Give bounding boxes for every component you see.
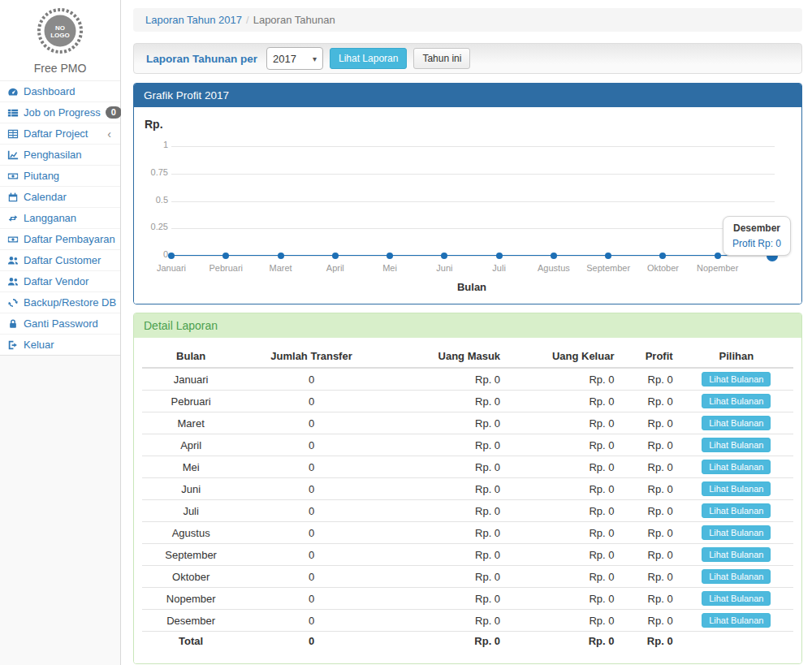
sidebar-item-label: Daftar Project — [24, 127, 88, 140]
action-cell: Lihat Bulanan — [680, 566, 793, 588]
lihat-bulanan-button[interactable]: Lihat Bulanan — [702, 525, 771, 540]
table-cell: Rp. 0 — [507, 544, 620, 566]
sidebar-item-keluar[interactable]: Keluar — [0, 335, 120, 355]
y-axis-tick: 1 — [134, 140, 168, 149]
x-axis-tick: Nopember — [684, 263, 752, 273]
table-cell: 0 — [240, 588, 382, 610]
sidebar-item-daftar-project[interactable]: Daftar Project‹ — [0, 123, 120, 145]
sign-out-icon — [6, 339, 19, 351]
lihat-bulanan-button[interactable]: Lihat Bulanan — [702, 613, 771, 628]
detail-panel-body: BulanJumlah TransferUang MasukUang Kelua… — [134, 338, 801, 663]
data-point-juni[interactable] — [441, 253, 447, 259]
data-point-januari[interactable] — [168, 253, 175, 259]
table-cell: Rp. 0 — [620, 478, 679, 500]
breadcrumb-link-laporan-tahun[interactable]: Laporan Tahun 2017 — [145, 14, 242, 26]
lihat-bulanan-button[interactable]: Lihat Bulanan — [702, 438, 771, 452]
table-cell: 0 — [240, 412, 382, 434]
tahun-ini-button[interactable]: Tahun ini — [413, 48, 470, 69]
table-cell: Juni — [142, 478, 240, 500]
sidebar-item-job-on-progress[interactable]: Job on Progress0 — [0, 102, 120, 123]
tasks-icon — [6, 106, 19, 119]
sidebar-item-label: Job on Progress — [24, 106, 101, 119]
sidebar-item-penghasilan[interactable]: Penghasilan — [0, 145, 120, 166]
table-total-row: Total0Rp. 0Rp. 0Rp. 0 — [142, 632, 793, 651]
table-cell: Mei — [142, 456, 240, 478]
calendar-icon — [6, 191, 19, 203]
breadcrumb-current: Laporan Tahunan — [253, 14, 335, 26]
lihat-bulanan-button[interactable]: Lihat Bulanan — [702, 416, 771, 430]
data-point-oktober[interactable] — [659, 253, 666, 259]
year-select[interactable]: 2017 ▾ — [266, 47, 323, 70]
data-point-mei[interactable] — [387, 253, 393, 259]
table-cell: Rp. 0 — [383, 588, 507, 610]
table-cell: Rp. 0 — [620, 434, 679, 456]
table-row-september: September0Rp. 0Rp. 0Rp. 0Lihat Bulanan — [142, 544, 793, 566]
gridline — [171, 174, 775, 175]
profit-line-chart: Rp. Bulan 10.750.50.250JanuariPebruariMa… — [134, 107, 801, 304]
column-header-profit: Profit — [620, 345, 679, 368]
table-cell: Rp. 0 — [507, 391, 620, 412]
sidebar-item-ganti-password[interactable]: Ganti Password — [0, 313, 120, 335]
sidebar-item-backup-restore-db[interactable]: Backup/Restore DB — [0, 292, 120, 313]
table-cell: Rp. 0 — [507, 478, 620, 500]
table-row-januari: Januari0Rp. 0Rp. 0Rp. 0Lihat Bulanan — [142, 368, 793, 391]
data-point-april[interactable] — [332, 253, 339, 259]
table-cell: Rp. 0 — [620, 500, 679, 522]
lock-icon — [6, 317, 19, 330]
no-logo-badge-icon: NO LOGO — [36, 6, 84, 55]
action-cell: Lihat Bulanan — [680, 478, 793, 500]
table-cell: Rp. 0 — [620, 456, 679, 478]
table-cell: 0 — [240, 566, 382, 588]
table-cell: Rp. 0 — [507, 522, 620, 544]
table-cell: 0 — [240, 434, 382, 456]
column-header-bulan: Bulan — [142, 345, 240, 368]
sidebar-item-label: Piutang — [24, 170, 59, 182]
lihat-laporan-button[interactable]: Lihat Laporan — [330, 48, 407, 69]
sidebar-item-langganan[interactable]: Langganan — [0, 208, 120, 229]
data-point-maret[interactable] — [278, 253, 284, 259]
table-header-row: BulanJumlah TransferUang MasukUang Kelua… — [142, 345, 793, 368]
sidebar-item-daftar-vendor[interactable]: Daftar Vendor — [0, 271, 120, 292]
lihat-bulanan-button[interactable]: Lihat Bulanan — [702, 394, 771, 408]
money-icon — [6, 170, 19, 182]
lihat-bulanan-button[interactable]: Lihat Bulanan — [702, 503, 771, 518]
table-cell: Rp. 0 — [620, 566, 679, 588]
sidebar-item-label: Daftar Customer — [24, 254, 101, 266]
data-point-nopember[interactable] — [715, 253, 721, 259]
sidebar-item-daftar-pembayaran[interactable]: Daftar Pembayaran — [0, 229, 120, 250]
table-cell: 0 — [240, 456, 382, 478]
action-cell: Lihat Bulanan — [680, 610, 793, 632]
sidebar-item-dashboard[interactable]: Dashboard — [0, 81, 120, 102]
sidebar-item-label: Keluar — [24, 339, 54, 351]
sidebar-item-piutang[interactable]: Piutang — [0, 166, 120, 187]
table-cell: Rp. 0 — [383, 632, 507, 651]
users-icon — [6, 254, 19, 266]
breadcrumb-separator: / — [242, 14, 253, 26]
column-header-jumlah-transfer: Jumlah Transfer — [240, 345, 382, 368]
action-cell: Lihat Bulanan — [680, 588, 793, 610]
lihat-bulanan-button[interactable]: Lihat Bulanan — [702, 372, 771, 386]
table-cell: Rp. 0 — [620, 610, 679, 632]
action-cell: Lihat Bulanan — [680, 456, 793, 478]
chart-tooltip-value: Profit Rp: 0 — [732, 236, 781, 251]
data-point-juli[interactable] — [496, 253, 503, 259]
action-cell: Lihat Bulanan — [680, 544, 793, 566]
sidebar-item-daftar-customer[interactable]: Daftar Customer — [0, 250, 120, 271]
action-cell: Lihat Bulanan — [680, 412, 793, 434]
filter-panel: Laporan Tahunan per 2017 ▾ Lihat Laporan… — [133, 43, 802, 74]
sidebar-item-label: Ganti Password — [24, 317, 98, 330]
table-cell: Rp. 0 — [507, 412, 620, 434]
detail-panel: Detail Laporan BulanJumlah TransferUang … — [133, 313, 802, 664]
lihat-bulanan-button[interactable]: Lihat Bulanan — [702, 460, 771, 474]
lihat-bulanan-button[interactable]: Lihat Bulanan — [702, 547, 771, 562]
data-point-agustus[interactable] — [551, 253, 557, 259]
lihat-bulanan-button[interactable]: Lihat Bulanan — [702, 591, 771, 606]
sidebar-item-label: Daftar Pembayaran — [24, 233, 115, 245]
lihat-bulanan-button[interactable]: Lihat Bulanan — [702, 481, 771, 496]
table-cell: Total — [142, 632, 240, 651]
data-point-pebruari[interactable] — [222, 253, 229, 259]
sidebar-item-calendar[interactable]: Calendar — [0, 187, 120, 208]
table-cell: Rp. 0 — [620, 368, 679, 391]
data-point-september[interactable] — [605, 253, 611, 259]
lihat-bulanan-button[interactable]: Lihat Bulanan — [702, 569, 771, 584]
